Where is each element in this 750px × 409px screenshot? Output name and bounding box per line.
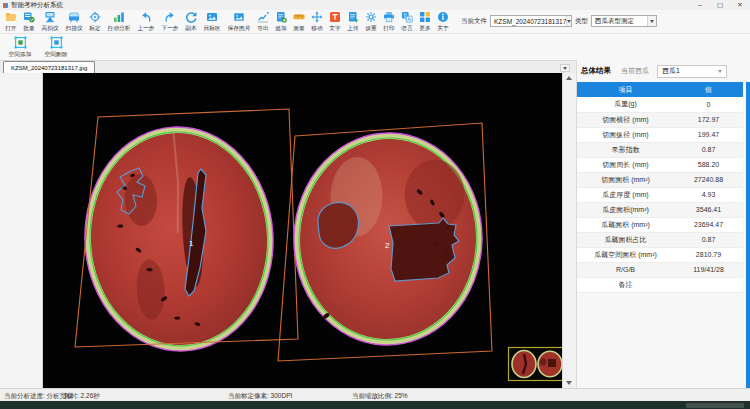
column-header-item: 项目 <box>577 82 674 97</box>
status-bar: 当前分析进度: 分析完成 耗时: 2.26秒 当前标定像素: 300DPI 当前… <box>0 388 750 401</box>
row-item-value: 3546.41 <box>674 202 743 217</box>
export-chart-icon <box>257 11 269 23</box>
toolbar-button-label: 目标区 <box>203 24 220 33</box>
space-toolbar: 空间添加空间删除 <box>0 33 750 60</box>
row-item-label: 瓜重(g) <box>577 97 674 112</box>
toolbar-button-label: 移动 <box>311 24 322 33</box>
toolbar-button-label: 文字 <box>329 24 340 33</box>
row-item-label: 切面面积 (mm²) <box>577 172 674 187</box>
batch-icon <box>23 11 35 23</box>
current-file-label: 当前文件 <box>461 17 487 26</box>
type-label: 类型 <box>575 17 588 26</box>
close-button[interactable]: ✕ <box>730 0 750 10</box>
toolbar-button-label: 空间删除 <box>45 50 68 59</box>
current-melon-select[interactable]: 西瓜1 <box>657 65 727 78</box>
redo-icon <box>164 11 176 23</box>
cavity-contour-2b[interactable] <box>389 218 459 281</box>
current-file-select[interactable]: KZSM_20240723181317 <box>490 15 572 27</box>
toolbar-button-space-add[interactable]: 空间添加 <box>4 36 36 59</box>
scroll-down-icon <box>566 381 572 385</box>
table-row[interactable]: 切面面积 (mm²)27240.88 <box>577 172 743 187</box>
toolbar-button-save-image[interactable]: 保存图片 <box>224 11 254 33</box>
table-row[interactable]: R/G/B119/41/28 <box>577 262 743 277</box>
toolbar-button-copy-refresh[interactable]: 副本 <box>182 11 200 33</box>
toolbar-button-measure-ruler[interactable]: 测量 <box>290 11 308 33</box>
table-row[interactable]: 果形指数0.87 <box>577 142 743 157</box>
toolbar-button-label: 上传 <box>347 24 358 33</box>
row-item-label: 切面横径 (mm) <box>577 112 674 127</box>
undo-icon <box>140 11 152 23</box>
table-row[interactable]: 瓜重(g)0 <box>577 97 743 112</box>
auto-analyze-icon <box>113 11 125 23</box>
table-row[interactable]: 瓜瓤面积 (mm²)23694.47 <box>577 217 743 232</box>
toolbar-button-label: 语言 <box>401 24 412 33</box>
table-row[interactable]: 切面纵径 (mm)199.47 <box>577 127 743 142</box>
image-tab[interactable]: KZSM_20240723181317.jpg <box>3 61 95 73</box>
image-canvas[interactable]: 1 <box>43 73 562 388</box>
minimize-button[interactable]: – <box>690 0 710 10</box>
toolbar-button-export-chart[interactable]: 导出 <box>254 11 272 33</box>
chevron-down-icon <box>567 20 571 23</box>
copy-refresh-icon <box>185 11 197 23</box>
chevron-down-icon <box>563 67 567 70</box>
toolbar-button-label: 批量 <box>23 24 34 33</box>
toolbar-button-calibrate[interactable]: 标定 <box>86 11 104 33</box>
language-icon <box>401 11 413 23</box>
table-row[interactable]: 备注 <box>577 277 743 292</box>
tab-list-dropdown[interactable] <box>560 64 570 72</box>
toolbar-button-move[interactable]: 移动 <box>308 11 326 33</box>
toolbar-button-text[interactable]: 文字 <box>326 11 344 33</box>
toolbar-button-batch[interactable]: 批量 <box>20 11 38 33</box>
type-select[interactable]: 西瓜表型测定 <box>591 15 657 27</box>
toolbar-button-language[interactable]: 语言 <box>398 11 416 33</box>
preview-thumbnail[interactable] <box>509 348 563 381</box>
row-item-label: 备注 <box>577 277 674 292</box>
status-dpi: 当前标定像素: 300DPI <box>228 392 292 401</box>
status-elapsed: 耗时: 2.26秒 <box>64 392 100 401</box>
more-grid-icon <box>419 11 431 23</box>
row-item-value: 0 <box>674 97 743 112</box>
toolbar-button-label: 测量 <box>293 24 304 33</box>
row-item-value: 172.97 <box>674 112 743 127</box>
row-item-label: 瓜瓤面积 (mm²) <box>577 217 674 232</box>
taskbar[interactable] <box>0 401 750 409</box>
space-add-icon <box>14 36 27 49</box>
row-item-value: 119/41/28 <box>674 262 743 277</box>
toolbar-button-print[interactable]: 打印 <box>380 11 398 33</box>
toolbar-button-auto-analyze[interactable]: 自动分析 <box>104 11 134 33</box>
toolbar-button-more-grid[interactable]: 更多 <box>416 11 434 33</box>
panel-scrollbar[interactable] <box>746 82 750 388</box>
table-row[interactable]: 切面周长 (mm)588.20 <box>577 157 743 172</box>
target-image-icon <box>206 11 218 23</box>
save-image-icon <box>233 11 245 23</box>
toolbar-button-open-folder[interactable]: 打开 <box>2 11 20 33</box>
toolbar-button-upload-doc[interactable]: 上传 <box>344 11 362 33</box>
table-row[interactable]: 瓜皮面积(mm²)3546.41 <box>577 202 743 217</box>
toolbar-button-settings-gear[interactable]: 设置 <box>362 11 380 33</box>
toolbar-button-about-info[interactable]: 关于 <box>434 11 452 33</box>
toolbar-button-doc-camera[interactable]: 高拍仪 <box>38 11 62 33</box>
table-row[interactable]: 瓜瓤面积占比0.87 <box>577 232 743 247</box>
left-gutter-panel <box>0 73 43 388</box>
toolbar-button-label: 高拍仪 <box>41 24 58 33</box>
row-item-value: 4.93 <box>674 187 743 202</box>
table-row[interactable]: 切面横径 (mm)172.97 <box>577 112 743 127</box>
toolbar-button-undo[interactable]: 上一步 <box>134 11 158 33</box>
toolbar-button-space-delete[interactable]: 空间删除 <box>40 36 72 59</box>
toolbar-button-redo[interactable]: 下一步 <box>158 11 182 33</box>
taskbar-tray <box>686 403 744 408</box>
app-title: 智能考种分析系统 <box>11 1 63 10</box>
toolbar-button-label: 导出 <box>257 24 268 33</box>
melon-1-number-label: 1 <box>189 239 194 248</box>
table-row[interactable]: 瓜瓤空间面积 (mm²)2810.79 <box>577 247 743 262</box>
toolbar-button-target-image[interactable]: 目标区 <box>200 11 224 33</box>
chevron-down-icon <box>718 70 722 73</box>
maximize-button[interactable]: ▢ <box>710 0 730 10</box>
canvas-vertical-scrollbar[interactable] <box>562 73 574 388</box>
toolbar-button-label: 设置 <box>365 24 376 33</box>
table-row[interactable]: 瓜皮厚度 (mm)4.93 <box>577 187 743 202</box>
row-item-label: 瓜瓤面积占比 <box>577 232 674 247</box>
toolbar-button-append-doc[interactable]: 追加 <box>272 11 290 33</box>
row-item-value: 2810.79 <box>674 247 743 262</box>
toolbar-button-scanner[interactable]: 扫描仪 <box>62 11 86 33</box>
